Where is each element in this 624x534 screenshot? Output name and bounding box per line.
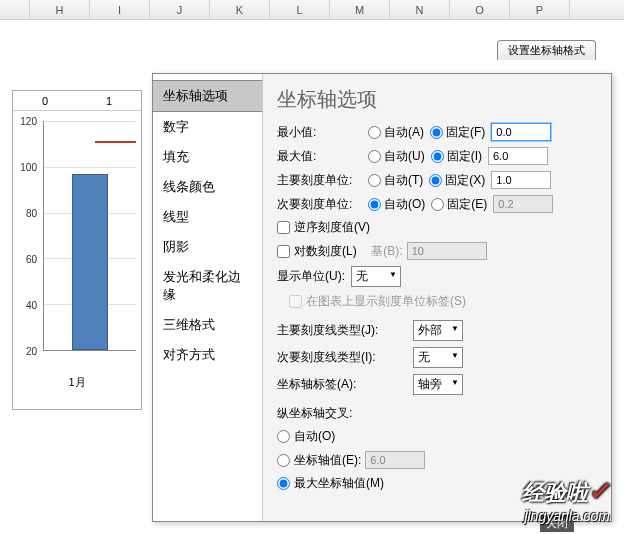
sidebar-item-glow[interactable]: 发光和柔化边缘 xyxy=(153,262,262,310)
column-headers: H I J K L M N O P xyxy=(0,0,624,20)
x-axis-label: 1月 xyxy=(13,371,141,390)
col-header[interactable]: L xyxy=(270,0,330,19)
show-unit-label-checkbox xyxy=(289,295,302,308)
minor-tick-type-label: 次要刻度线类型(I): xyxy=(277,349,407,366)
panel-title: 坐标轴选项 xyxy=(277,86,597,113)
dialog-title-tab: 设置坐标轴格式 xyxy=(497,40,596,60)
crosses-value-input xyxy=(365,451,425,469)
major-fixed-radio[interactable]: 固定(X) xyxy=(429,172,485,189)
display-unit-label: 显示单位(U): xyxy=(277,268,345,285)
chart-head-1: 1 xyxy=(77,91,141,110)
col-header[interactable]: K xyxy=(210,0,270,19)
axis-options-panel: 坐标轴选项 最小值: 自动(A) 固定(F) 最大值: 自动(U) 固定(I) … xyxy=(263,74,611,521)
crosses-value-radio[interactable] xyxy=(277,454,290,467)
y-tick: 20 xyxy=(26,346,37,357)
sidebar-item-line-style[interactable]: 线型 xyxy=(153,202,262,232)
y-tick: 120 xyxy=(20,116,37,127)
crosses-auto-radio[interactable] xyxy=(277,430,290,443)
base-label: 基(B): xyxy=(371,243,402,260)
crosses-value-label: 坐标轴值(E): xyxy=(294,452,361,469)
col-header[interactable]: O xyxy=(450,0,510,19)
sidebar-item-shadow[interactable]: 阴影 xyxy=(153,232,262,262)
minor-auto-radio[interactable]: 自动(O) xyxy=(368,196,425,213)
major-tick-type-select[interactable]: 外部 xyxy=(413,320,463,341)
watermark: 经验啦✓ jingyanla.com xyxy=(522,476,610,524)
plot-area[interactable] xyxy=(43,121,136,351)
crosses-auto-label: 自动(O) xyxy=(294,428,335,445)
col-header[interactable]: M xyxy=(330,0,390,19)
minor-tick-type-select[interactable]: 无 xyxy=(413,347,463,368)
log-scale-label: 对数刻度(L) xyxy=(294,243,357,260)
show-unit-label-text: 在图表上显示刻度单位标签(S) xyxy=(306,293,466,310)
embedded-chart[interactable]: 0 1 120 100 80 60 40 20 1月 xyxy=(12,90,142,410)
min-fixed-radio[interactable]: 固定(F) xyxy=(430,124,485,141)
major-auto-radio[interactable]: 自动(T) xyxy=(368,172,423,189)
dialog-sidebar: 坐标轴选项 数字 填充 线条颜色 线型 阴影 发光和柔化边缘 三维格式 对齐方式 xyxy=(153,74,263,521)
data-bar[interactable] xyxy=(72,174,109,350)
reverse-order-checkbox[interactable] xyxy=(277,221,290,234)
major-unit-label: 主要刻度单位: xyxy=(277,172,362,189)
minor-unit-label: 次要刻度单位: xyxy=(277,196,362,213)
sidebar-item-fill[interactable]: 填充 xyxy=(153,142,262,172)
max-auto-radio[interactable]: 自动(U) xyxy=(368,148,425,165)
max-fixed-radio[interactable]: 固定(I) xyxy=(431,148,482,165)
sidebar-item-alignment[interactable]: 对齐方式 xyxy=(153,340,262,370)
col-header[interactable]: H xyxy=(30,0,90,19)
y-tick: 60 xyxy=(26,254,37,265)
series-line-marker xyxy=(95,141,136,143)
crosses-max-radio[interactable] xyxy=(277,477,290,490)
axis-labels-select[interactable]: 轴旁 xyxy=(413,374,463,395)
sidebar-item-3d[interactable]: 三维格式 xyxy=(153,310,262,340)
reverse-order-label: 逆序刻度值(V) xyxy=(294,219,370,236)
col-header-blank xyxy=(0,0,30,19)
y-tick: 40 xyxy=(26,300,37,311)
format-axis-dialog: 坐标轴选项 数字 填充 线条颜色 线型 阴影 发光和柔化边缘 三维格式 对齐方式… xyxy=(152,73,612,522)
axis-labels-label: 坐标轴标签(A): xyxy=(277,376,407,393)
crosses-max-label: 最大坐标轴值(M) xyxy=(294,475,384,492)
sidebar-item-axis-options[interactable]: 坐标轴选项 xyxy=(153,80,262,112)
col-header[interactable]: I xyxy=(90,0,150,19)
major-tick-type-label: 主要刻度线类型(J): xyxy=(277,322,407,339)
chart-head-0: 0 xyxy=(13,91,77,110)
max-label: 最大值: xyxy=(277,148,362,165)
sidebar-item-line-color[interactable]: 线条颜色 xyxy=(153,172,262,202)
min-label: 最小值: xyxy=(277,124,362,141)
max-value-input[interactable] xyxy=(488,147,548,165)
y-tick: 100 xyxy=(20,162,37,173)
minor-unit-input xyxy=(493,195,553,213)
major-unit-input[interactable] xyxy=(491,171,551,189)
check-icon: ✓ xyxy=(588,476,610,506)
y-tick: 80 xyxy=(26,208,37,219)
display-unit-select[interactable]: 无 xyxy=(351,266,401,287)
min-auto-radio[interactable]: 自动(A) xyxy=(368,124,424,141)
col-header[interactable]: P xyxy=(510,0,570,19)
minor-fixed-radio[interactable]: 固定(E) xyxy=(431,196,487,213)
col-header[interactable]: J xyxy=(150,0,210,19)
min-value-input[interactable] xyxy=(491,123,551,141)
crosses-title: 纵坐标轴交叉: xyxy=(277,405,597,422)
base-input xyxy=(407,242,487,260)
workspace: 0 1 120 100 80 60 40 20 1月 设置坐 xyxy=(0,20,624,534)
log-scale-checkbox[interactable] xyxy=(277,245,290,258)
sidebar-item-number[interactable]: 数字 xyxy=(153,112,262,142)
col-header[interactable]: N xyxy=(390,0,450,19)
